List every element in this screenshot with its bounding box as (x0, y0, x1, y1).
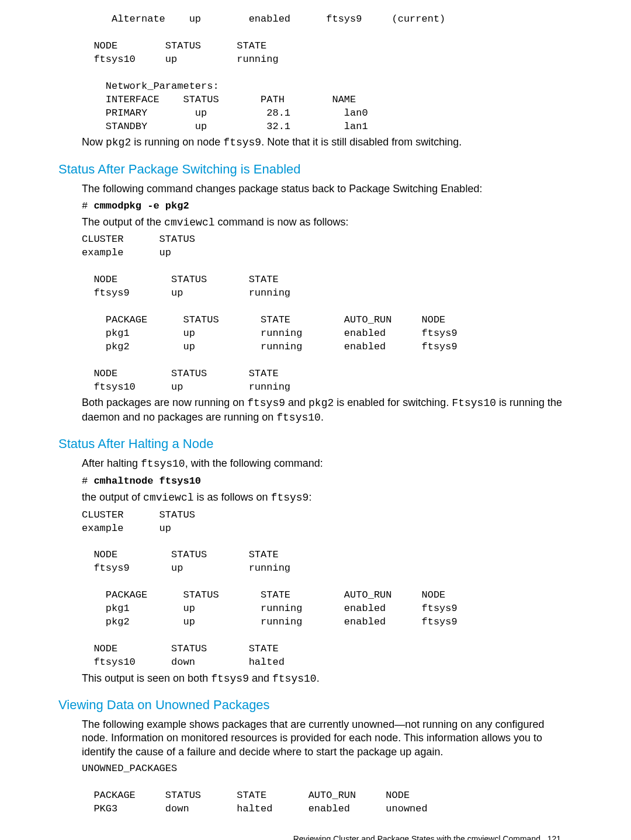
paragraph-6: the output of cmviewcl is as follows on … (82, 491, 573, 505)
paragraph-8: The following example shows packages tha… (82, 718, 573, 759)
code-block-1: Alternate up enabled ftsys9 (current) NO… (82, 13, 573, 133)
heading-viewing-unowned: Viewing Data on Unowned Packages (58, 696, 573, 714)
paragraph-3: The output of the cmviewcl command is no… (82, 216, 573, 230)
paragraph-7: This output is seen on both ftsys9 and f… (82, 672, 573, 686)
heading-status-halting-node: Status After Halting a Node (58, 435, 573, 453)
code-block-3: CLUSTER STATUS example up NODE STATUS ST… (82, 509, 573, 669)
command-2: # cmhaltnode ftsys10 (82, 474, 573, 488)
code-block-4: UNOWNED_PACKAGES PACKAGE STATUS STATE AU… (82, 762, 573, 816)
code-block-2: CLUSTER STATUS example up NODE STATUS ST… (82, 233, 573, 394)
command-1: # cmmodpkg -e pkg2 (82, 199, 573, 213)
paragraph-4: Both packages are now running on ftsys9 … (82, 396, 573, 425)
paragraph-2: The following command changes package st… (82, 182, 573, 196)
paragraph-5: After halting ftsys10, with the followin… (82, 457, 573, 471)
heading-status-switching-enabled: Status After Package Switching is Enable… (58, 161, 573, 179)
page-footer: Reviewing Cluster and Package States wit… (58, 834, 573, 840)
paragraph-1: Now pkg2 is running on node ftsys9. Note… (82, 136, 573, 150)
